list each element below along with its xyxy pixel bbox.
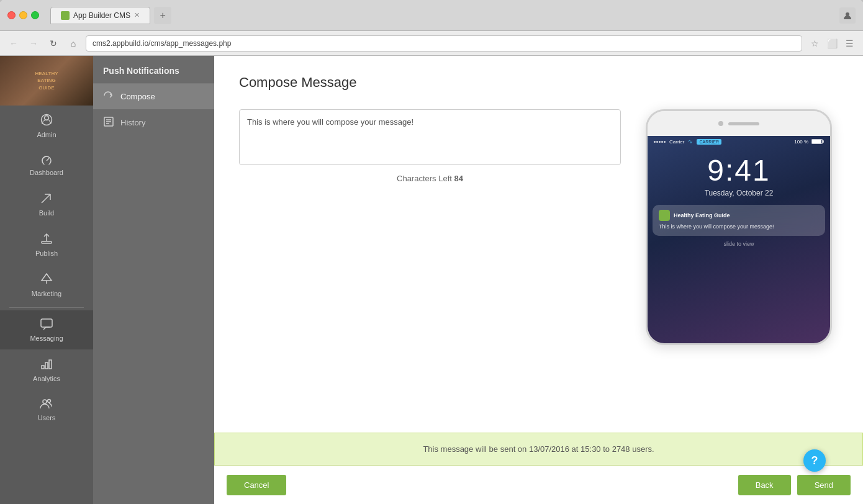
sidebar-menu-compose[interactable]: Compose bbox=[93, 84, 214, 109]
home-button[interactable]: ⌂ bbox=[66, 36, 81, 51]
action-right: Back Send bbox=[738, 475, 851, 495]
signal-dot bbox=[661, 141, 663, 143]
sidebar-item-marketing[interactable]: Marketing bbox=[0, 264, 93, 305]
browser-toolbar: ← → ↻ ⌂ cms2.appbuild.io/cms/app_message… bbox=[0, 31, 863, 56]
sidebar-item-users[interactable]: Users bbox=[0, 390, 93, 429]
menu-button[interactable]: ☰ bbox=[842, 36, 857, 51]
browser-actions: ☆ ⬜ ☰ bbox=[807, 36, 857, 51]
users-icon bbox=[40, 397, 53, 412]
phone-status-bar: Carrier ∿ CARRIER 100 % bbox=[648, 136, 830, 147]
new-tab-button[interactable]: + bbox=[154, 7, 171, 24]
svg-rect-14 bbox=[49, 360, 52, 369]
publish-label: Publish bbox=[35, 250, 58, 257]
message-textarea[interactable] bbox=[239, 109, 621, 165]
reload-button[interactable]: ↻ bbox=[46, 36, 61, 51]
cancel-button[interactable]: Cancel bbox=[227, 475, 286, 495]
chars-count: 84 bbox=[454, 174, 463, 183]
send-button[interactable]: Send bbox=[797, 475, 851, 495]
wifi-icon: ∿ bbox=[688, 138, 693, 145]
battery-fill bbox=[812, 140, 821, 143]
tab-bar: App Builder CMS ✕ + bbox=[50, 7, 834, 24]
logo-placeholder: HEALTHYEATINGGUIDE bbox=[0, 56, 93, 106]
history-label: History bbox=[120, 118, 145, 127]
compose-left: Characters Left 84 bbox=[239, 109, 621, 183]
tab-favicon bbox=[61, 11, 70, 20]
secondary-sidebar-title: Push Notifications bbox=[93, 56, 214, 84]
tab-title: App Builder CMS bbox=[73, 11, 130, 20]
history-icon bbox=[103, 117, 114, 128]
secondary-sidebar: Push Notifications Compose History bbox=[93, 56, 214, 504]
content-area: Compose Message Characters Left 84 bbox=[214, 56, 863, 433]
signal-dot bbox=[664, 141, 666, 143]
build-label: Build bbox=[39, 209, 54, 217]
compose-label: Compose bbox=[120, 92, 155, 101]
forward-nav-button[interactable]: → bbox=[26, 36, 41, 51]
address-text: cms2.appbuild.io/cms/app_messages.php bbox=[93, 39, 231, 48]
tab-close-button[interactable]: ✕ bbox=[134, 11, 140, 19]
browser-titlebar: App Builder CMS ✕ + bbox=[0, 0, 863, 31]
signal-dot bbox=[656, 141, 658, 143]
close-button[interactable] bbox=[7, 11, 16, 19]
marketing-label: Marketing bbox=[32, 290, 61, 297]
page-title: Compose Message bbox=[239, 74, 838, 91]
back-button[interactable]: Back bbox=[738, 475, 791, 495]
publish-icon bbox=[40, 232, 53, 247]
sidebar-item-build[interactable]: Build bbox=[0, 184, 93, 224]
sidebar-item-analytics[interactable]: Analytics bbox=[0, 349, 93, 390]
phone-battery: 100 % bbox=[794, 139, 824, 145]
maximize-button[interactable] bbox=[31, 11, 39, 19]
help-button[interactable]: ? bbox=[803, 449, 826, 472]
analytics-label: Analytics bbox=[33, 375, 60, 382]
sidebar-item-dashboard[interactable]: Dashboard bbox=[0, 146, 93, 184]
marketing-icon bbox=[40, 272, 53, 287]
slide-to-view: slide to view bbox=[648, 236, 830, 250]
browser-window: App Builder CMS ✕ + ← → ↻ ⌂ cms2.appbuil… bbox=[0, 0, 863, 504]
sidebar-menu-history[interactable]: History bbox=[93, 109, 214, 136]
admin-label: Admin bbox=[37, 131, 56, 138]
battery-bar bbox=[811, 139, 823, 144]
bookmark-button[interactable]: ☆ bbox=[807, 36, 822, 51]
analytics-icon bbox=[40, 357, 53, 372]
compose-right: Carrier ∿ CARRIER 100 % bbox=[646, 109, 838, 345]
sidebar-item-messaging[interactable]: Messaging bbox=[0, 310, 93, 349]
browser-tab[interactable]: App Builder CMS ✕ bbox=[50, 7, 150, 24]
signal-dot bbox=[659, 141, 661, 143]
build-icon bbox=[40, 191, 53, 207]
carrier-badge: CARRIER bbox=[697, 139, 721, 145]
battery-text: 100 % bbox=[794, 139, 808, 145]
phone-screen: Carrier ∿ CARRIER 100 % bbox=[648, 136, 830, 343]
help-icon: ? bbox=[811, 454, 818, 467]
dashboard-label: Dashboard bbox=[30, 169, 63, 176]
sidebar-item-publish[interactable]: Publish bbox=[0, 224, 93, 264]
info-bar: This message will be sent on 13/07/2016 … bbox=[214, 433, 863, 466]
notif-message: This is where you will compose your mess… bbox=[659, 223, 819, 231]
traffic-lights bbox=[7, 11, 39, 19]
notif-header: Healthy Eating Guide bbox=[659, 210, 819, 221]
svg-rect-13 bbox=[45, 362, 48, 369]
signal-dot bbox=[654, 141, 656, 143]
svg-rect-9 bbox=[42, 241, 52, 243]
phone-speaker bbox=[728, 122, 759, 125]
info-message: This message will be sent on 13/07/2016 … bbox=[423, 444, 654, 454]
svg-point-15 bbox=[43, 400, 47, 403]
address-bar[interactable]: cms2.appbuild.io/cms/app_messages.php bbox=[86, 35, 802, 52]
dashboard-icon bbox=[40, 153, 53, 166]
svg-line-4 bbox=[47, 158, 49, 161]
minimize-button[interactable] bbox=[19, 11, 27, 19]
back-nav-button[interactable]: ← bbox=[6, 36, 21, 51]
compose-icon bbox=[103, 91, 114, 102]
compose-layout: Characters Left 84 bbox=[239, 109, 838, 345]
icon-nav: HEALTHYEATINGGUIDE Admin Dashboard bbox=[0, 56, 93, 504]
main-content: Compose Message Characters Left 84 bbox=[214, 56, 863, 504]
signal-dots bbox=[654, 141, 666, 143]
chars-left-label: Characters Left bbox=[397, 174, 452, 183]
cast-button[interactable]: ⬜ bbox=[825, 36, 839, 51]
phone-mockup: Carrier ∿ CARRIER 100 % bbox=[646, 109, 832, 345]
sidebar-item-admin[interactable]: Admin bbox=[0, 106, 93, 146]
svg-rect-11 bbox=[41, 319, 52, 327]
svg-rect-12 bbox=[42, 366, 44, 369]
action-bar: Cancel Back Send bbox=[214, 466, 863, 504]
chars-left: Characters Left 84 bbox=[239, 174, 621, 183]
user-icon[interactable] bbox=[839, 7, 856, 24]
notif-app-name: Healthy Eating Guide bbox=[674, 212, 730, 218]
